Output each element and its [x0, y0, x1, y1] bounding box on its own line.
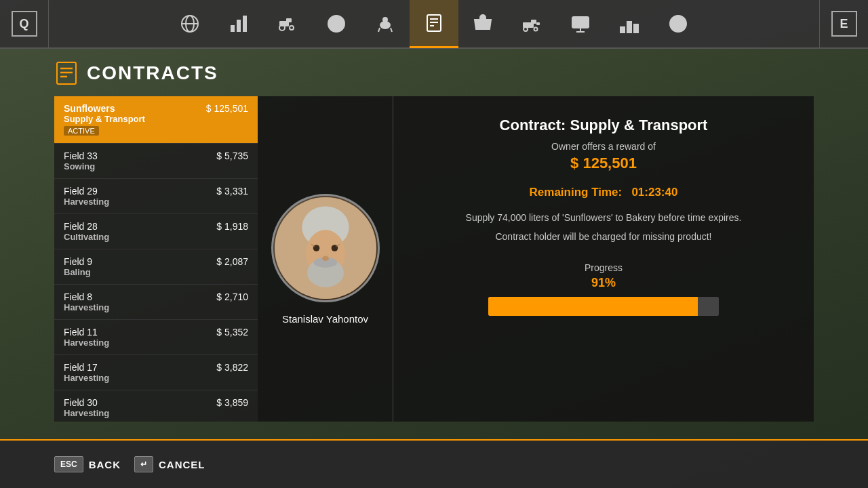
- nav-missions-icon[interactable]: [507, 0, 556, 48]
- progress-label: Progress: [488, 262, 719, 273]
- owner-offer-text: Owner offers a reward of: [551, 141, 656, 152]
- contracts-list: Sunflowers $ 125,501 Supply & Transport …: [54, 96, 258, 422]
- back-button[interactable]: ESC BACK: [54, 456, 121, 472]
- detail-split: Stanislav Yahontov Contract: Supply & Tr…: [258, 96, 814, 422]
- nav-map-icon[interactable]: [165, 0, 214, 48]
- svg-point-22: [524, 27, 528, 31]
- nav-finances-icon[interactable]: [312, 0, 361, 48]
- nav-statistics-icon[interactable]: [214, 0, 263, 48]
- description-line-1: Supply 74,000 liters of 'Sunflowers' to …: [466, 210, 742, 225]
- page-title: CONTRACTS: [87, 62, 218, 84]
- contract-detail-title: Contract: Supply & Transport: [500, 117, 708, 134]
- svg-line-14: [378, 28, 380, 32]
- progress-bar-fill: [488, 297, 698, 316]
- reward-amount: $ 125,501: [570, 155, 637, 172]
- svg-rect-5: [243, 16, 247, 32]
- list-item[interactable]: Field 11 $ 5,352 Harvesting: [54, 320, 258, 355]
- list-item[interactable]: Field 33 $ 5,735 Sowing: [54, 144, 258, 179]
- svg-rect-28: [620, 26, 625, 33]
- nav-shop-icon[interactable]: [458, 0, 507, 48]
- svg-point-33: [677, 19, 679, 20]
- time-label: Remaining Time:: [530, 186, 623, 199]
- progress-percentage: 91%: [488, 276, 719, 290]
- remaining-time: Remaining Time: 01:23:40: [530, 186, 678, 199]
- progress-bar: [488, 297, 719, 316]
- top-nav-bar: Q: [0, 0, 868, 49]
- cancel-button[interactable]: ↵ CANCEL: [134, 456, 205, 472]
- main-content: CONTRACTS Sunflowers $ 125,501 Supply & …: [54, 61, 814, 427]
- q-key-button[interactable]: Q: [0, 0, 49, 48]
- svg-rect-29: [627, 21, 632, 33]
- portrait-section: Stanislav Yahontov: [258, 96, 393, 422]
- list-item[interactable]: Sunflowers $ 125,501 Supply & Transport …: [54, 96, 258, 144]
- contracts-header: CONTRACTS: [54, 61, 814, 85]
- list-item[interactable]: Field 28 $ 1,918 Cultivating: [54, 214, 258, 249]
- q-key-label: Q: [12, 11, 37, 37]
- list-item[interactable]: Field 30 $ 3,859 Harvesting: [54, 390, 258, 422]
- nav-info-icon[interactable]: [654, 0, 703, 48]
- list-item[interactable]: Field 29 $ 3,331 Harvesting: [54, 179, 258, 214]
- cancel-label: CANCEL: [159, 459, 205, 470]
- svg-rect-21: [531, 20, 536, 24]
- portrait-name: Stanislav Yahontov: [282, 313, 368, 325]
- nav-vehicles-icon[interactable]: [263, 0, 312, 48]
- svg-point-23: [534, 28, 538, 31]
- svg-point-9: [290, 26, 294, 30]
- svg-point-45: [322, 256, 329, 261]
- time-value: 01:23:40: [631, 186, 677, 199]
- list-item[interactable]: Field 17 $ 3,822 Harvesting: [54, 355, 258, 390]
- nav-contracts-icon[interactable]: [410, 0, 458, 48]
- portrait-avatar: [271, 194, 380, 302]
- back-label: BACK: [89, 459, 121, 470]
- nav-camera-icon[interactable]: [556, 0, 605, 48]
- svg-point-13: [382, 17, 388, 22]
- svg-rect-30: [633, 24, 639, 33]
- back-key: ESC: [54, 456, 83, 472]
- list-item[interactable]: Field 9 $ 2,087 Baling: [54, 249, 258, 285]
- contract-info: Contract: Supply & Transport Owner offer…: [393, 96, 814, 422]
- contract-detail-panel: Stanislav Yahontov Contract: Supply & Tr…: [258, 96, 814, 422]
- content-split: Sunflowers $ 125,501 Supply & Transport …: [54, 96, 814, 422]
- bottom-bar: ESC BACK ↵ CANCEL: [0, 439, 868, 488]
- svg-rect-3: [231, 25, 235, 32]
- nav-leaderboard-icon[interactable]: [605, 0, 654, 48]
- cancel-key: ↵: [134, 456, 153, 472]
- e-key-label: E: [831, 11, 857, 37]
- svg-rect-24: [536, 22, 540, 25]
- svg-line-15: [391, 28, 392, 32]
- nav-animals-icon[interactable]: [361, 0, 410, 48]
- description-line-2: Contract holder will be charged for miss…: [495, 229, 711, 244]
- svg-rect-4: [237, 20, 241, 32]
- contracts-page-icon: [54, 61, 79, 85]
- nav-icons-group: [49, 0, 819, 48]
- list-item[interactable]: Field 8 $ 2,710 Harvesting: [54, 285, 258, 320]
- e-key-button[interactable]: E: [819, 0, 868, 48]
- svg-rect-25: [572, 17, 589, 28]
- svg-rect-7: [286, 18, 292, 22]
